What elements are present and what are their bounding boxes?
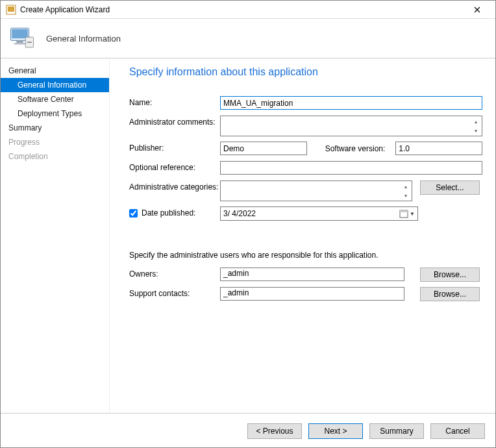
svg-rect-5 [14,43,26,45]
sidebar-group-general[interactable]: General [1,64,109,78]
svg-rect-9 [400,210,408,212]
label-publisher: Publisher: [129,142,220,153]
admin-comments-scroll[interactable]: ▴ ▾ [471,117,481,135]
publisher-input[interactable] [220,142,307,155]
label-name: Name: [129,96,220,107]
wizard-main: Specify information about this applicati… [110,58,495,413]
previous-button[interactable]: < Previous [247,423,302,439]
svg-rect-3 [12,29,28,38]
header-band: General Information [1,19,495,58]
support-contacts-input[interactable]: _admin [220,287,404,301]
select-categories-button[interactable]: Select... [420,180,480,195]
window-title: Create Application Wizard [20,5,464,14]
admin-comments-input[interactable]: ▴ ▾ [220,116,482,136]
date-published-checkbox[interactable]: Date published: [129,208,220,218]
optional-reference-input[interactable] [220,161,482,175]
chevron-down-icon: ▼ [410,211,415,217]
sidebar-group-progress: Progress [1,135,109,149]
next-button[interactable]: Next > [308,423,363,439]
label-date-published: Date published: [142,208,195,218]
label-software-version: Software version: [314,144,390,153]
wizard-body: General General Information Software Cen… [1,58,495,414]
calendar-icon [399,209,408,218]
chevron-down-icon[interactable]: ▾ [401,191,411,200]
page-title: General Information [46,34,121,44]
app-icon [6,5,16,15]
label-optional-reference: Optional reference: [129,161,220,172]
date-published-check[interactable] [129,209,138,218]
sidebar-group-summary[interactable]: Summary [1,121,109,135]
date-picker-button[interactable]: ▼ [399,209,415,218]
svg-rect-7 [27,42,32,43]
sidebar-item-deployment-types[interactable]: Deployment Types [1,106,109,121]
chevron-down-icon[interactable]: ▾ [471,126,481,135]
wizard-footer: < Previous Next > Summary Cancel [1,414,495,448]
wizard-sidebar: General General Information Software Cen… [1,58,110,413]
admin-categories-input[interactable]: ▴ ▾ [220,180,412,201]
label-admin-comments: Administrator comments: [129,116,220,127]
date-published-input[interactable]: 3/ 4/2022 ▼ [220,206,418,221]
svg-rect-1 [8,6,14,12]
svg-rect-4 [16,41,23,44]
label-admin-categories: Administrative categories: [129,180,220,192]
responsibility-note: Specify the administrative users who are… [129,251,482,260]
chevron-up-icon[interactable]: ▴ [401,182,411,191]
browse-owners-button[interactable]: Browse... [420,268,480,282]
browse-support-contacts-button[interactable]: Browse... [420,287,480,301]
sidebar-item-general-information[interactable]: General Information [1,78,109,92]
sidebar-item-software-center[interactable]: Software Center [1,92,109,106]
software-version-input[interactable] [395,142,482,155]
title-bar: Create Application Wizard [1,1,495,19]
label-support-contacts: Support contacts: [129,287,220,298]
label-owners: Owners: [129,268,220,279]
summary-button[interactable]: Summary [369,423,424,439]
sidebar-group-completion: Completion [1,149,109,164]
admin-categories-scroll[interactable]: ▴ ▾ [401,182,411,200]
owners-input[interactable]: _admin [220,268,404,281]
date-published-value: 3/ 4/2022 [223,209,256,218]
wizard-icon [8,25,36,52]
main-heading: Specify information about this applicati… [129,66,482,78]
chevron-up-icon[interactable]: ▴ [471,117,481,126]
name-input[interactable] [220,96,482,110]
cancel-button[interactable]: Cancel [430,423,485,439]
close-button[interactable] [464,1,490,19]
